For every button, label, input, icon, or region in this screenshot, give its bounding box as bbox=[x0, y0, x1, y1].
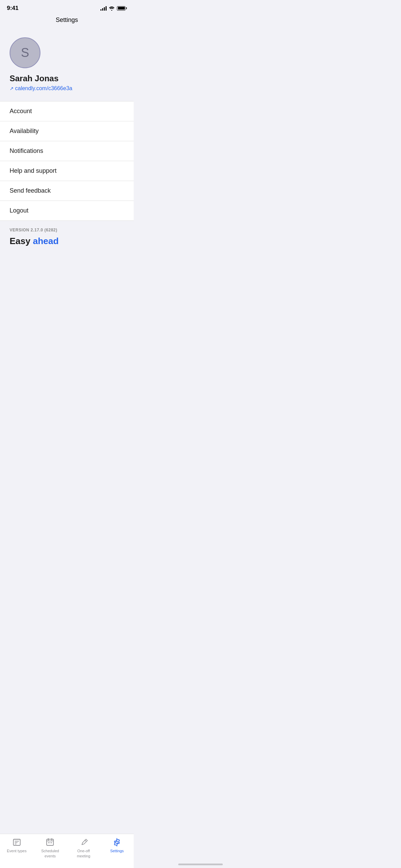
menu-item-notifications-label: Notifications bbox=[10, 147, 43, 155]
profile-section: S Sarah Jonas ↗ calendly.com/c3666e3a bbox=[0, 29, 134, 101]
page-title: Settings bbox=[56, 16, 78, 23]
menu-item-help-label: Help and support bbox=[10, 167, 57, 174]
menu-item-availability[interactable]: Availability bbox=[0, 121, 134, 141]
avatar: S bbox=[10, 37, 40, 68]
tagline-ahead: ahead bbox=[33, 236, 59, 246]
link-arrow-icon: ↗ bbox=[10, 86, 14, 91]
menu-item-notifications[interactable]: Notifications bbox=[0, 141, 134, 161]
wifi-icon bbox=[109, 6, 115, 11]
status-time: 9:41 bbox=[7, 5, 19, 12]
menu-item-help[interactable]: Help and support bbox=[0, 161, 134, 181]
menu-item-logout-label: Logout bbox=[10, 207, 28, 214]
tagline-easy: Easy bbox=[10, 236, 33, 246]
menu-item-availability-label: Availability bbox=[10, 128, 39, 135]
profile-link-text: calendly.com/c3666e3a bbox=[15, 85, 72, 92]
menu-item-account-label: Account bbox=[10, 108, 32, 115]
profile-link[interactable]: ↗ calendly.com/c3666e3a bbox=[10, 85, 72, 92]
status-icons bbox=[100, 6, 127, 11]
status-bar: 9:41 bbox=[0, 0, 134, 14]
version-text: VERSION 2.17.0 (6282) bbox=[10, 228, 124, 232]
version-section: VERSION 2.17.0 (6282) Easy ahead bbox=[0, 221, 134, 250]
content-spacer bbox=[0, 250, 134, 318]
user-name: Sarah Jonas bbox=[10, 74, 59, 83]
menu-item-feedback[interactable]: Send feedback bbox=[0, 181, 134, 201]
menu-item-account[interactable]: Account bbox=[0, 101, 134, 121]
menu-item-feedback-label: Send feedback bbox=[10, 187, 51, 194]
battery-icon bbox=[117, 6, 127, 11]
signal-icon bbox=[100, 6, 107, 11]
menu-list: Account Availability Notifications Help … bbox=[0, 101, 134, 221]
avatar-letter: S bbox=[21, 46, 29, 60]
page-title-bar: Settings bbox=[0, 14, 134, 29]
tagline: Easy ahead bbox=[10, 236, 124, 246]
menu-item-logout[interactable]: Logout bbox=[0, 201, 134, 221]
